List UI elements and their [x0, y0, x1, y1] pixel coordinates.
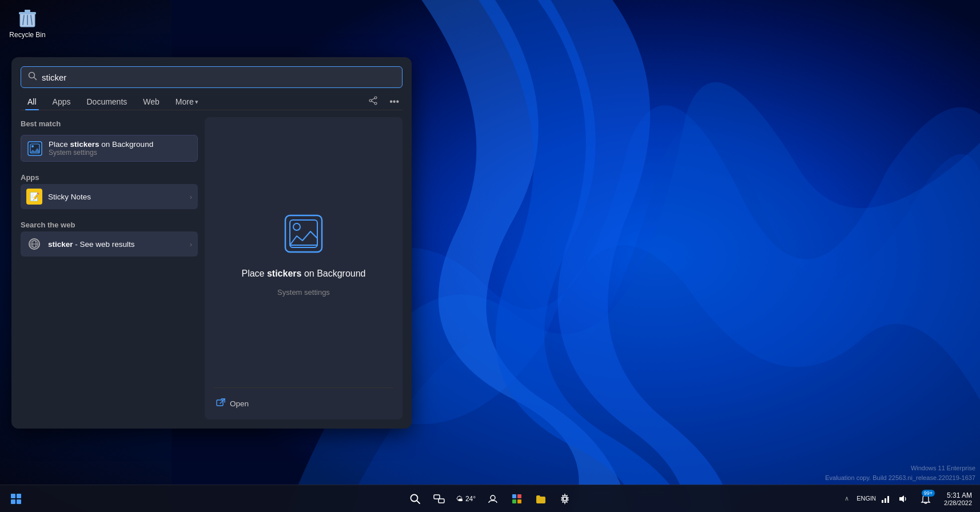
search-icon: [28, 71, 37, 83]
best-match-text: Place stickers on Background System sett…: [49, 140, 192, 157]
web-search-item[interactable]: sticker - See web results ›: [21, 231, 198, 257]
network-icon[interactable]: [878, 491, 894, 507]
tab-actions: •••: [365, 94, 403, 110]
svg-rect-41: [887, 496, 889, 503]
tray-expand-button[interactable]: ∧: [839, 491, 855, 507]
clock-time: 5:31 AM: [944, 491, 972, 499]
tab-apps[interactable]: Apps: [46, 94, 78, 110]
apps-section-label: Apps: [21, 171, 198, 184]
desktop: Recycle Bin All Apps Docum: [0, 0, 980, 512]
sticky-notes-item[interactable]: 📝 Sticky Notes ›: [21, 184, 198, 209]
taskbar-right: ∧ ENG IN: [839, 487, 975, 510]
svg-rect-25: [11, 494, 15, 498]
search-body: Best match Place stickers on Background: [11, 110, 412, 429]
sticky-notes-text: Sticky Notes: [48, 193, 184, 201]
detail-icon: [278, 208, 329, 259]
sticky-notes-icon: 📝: [26, 189, 42, 205]
eval-title: Windows 11 Enterprise: [825, 463, 975, 473]
svg-point-10: [369, 99, 372, 102]
web-search-icon: [26, 236, 42, 252]
more-options-button[interactable]: •••: [386, 94, 403, 109]
sticky-notes-title: Sticky Notes: [48, 193, 184, 201]
task-view-button[interactable]: [428, 487, 451, 510]
lang-label: ENG: [856, 494, 870, 502]
svg-line-24: [220, 399, 225, 403]
tab-documents[interactable]: Documents: [79, 94, 134, 110]
open-icon: [216, 398, 225, 409]
widgets-button[interactable]: 🌤 24°: [452, 487, 480, 510]
svg-point-33: [491, 495, 495, 500]
weather-temp: 24°: [465, 495, 476, 503]
svg-line-13: [372, 101, 375, 103]
search-header: [11, 57, 412, 88]
taskbar: 🌤 24°: [0, 485, 980, 512]
detail-actions: Open: [205, 388, 403, 419]
web-search-arrow: ›: [190, 240, 192, 249]
svg-rect-37: [517, 499, 521, 503]
svg-point-22: [293, 223, 300, 230]
weather-icon: 🌤: [456, 495, 463, 503]
svg-line-30: [417, 501, 420, 503]
detail-title: Place stickers on Background: [241, 269, 365, 279]
store-button[interactable]: [505, 487, 528, 510]
notification-badge: 99+: [922, 490, 935, 497]
recycle-bin[interactable]: Recycle Bin: [5, 5, 50, 41]
notifications-button[interactable]: 99+: [914, 487, 937, 510]
taskbar-search-button[interactable]: [404, 487, 427, 510]
open-label: Open: [230, 399, 249, 408]
language-indicator[interactable]: ENG IN: [856, 491, 877, 507]
svg-rect-36: [512, 499, 516, 503]
detail-top: Place stickers on Background System sett…: [205, 117, 403, 387]
search-input[interactable]: [42, 73, 395, 82]
open-action-button[interactable]: Open: [216, 396, 391, 411]
svg-point-11: [375, 102, 377, 105]
svg-rect-31: [434, 495, 440, 499]
detail-subtitle: System settings: [277, 288, 330, 297]
eval-build: Evaluation copy. Build 22563.ni_release.…: [825, 473, 975, 483]
svg-rect-32: [439, 499, 444, 503]
svg-rect-2: [19, 12, 36, 14]
start-button[interactable]: [5, 487, 27, 510]
svg-rect-28: [17, 499, 21, 504]
settings-button[interactable]: [553, 487, 576, 510]
files-button[interactable]: [529, 487, 552, 510]
share-button[interactable]: [365, 94, 381, 110]
svg-rect-27: [11, 499, 15, 504]
svg-rect-26: [17, 494, 21, 498]
svg-marker-42: [899, 495, 904, 502]
svg-line-12: [372, 98, 375, 100]
search-left-panel: Best match Place stickers on Background: [21, 117, 198, 419]
best-match-subtitle: System settings: [49, 149, 192, 157]
web-section-label: Search the web: [21, 218, 198, 231]
best-match-item[interactable]: Place stickers on Background System sett…: [21, 135, 198, 162]
svg-point-9: [375, 97, 377, 99]
svg-rect-40: [885, 498, 886, 503]
taskbar-clock[interactable]: 5:31 AM 2/28/2022: [941, 490, 975, 507]
recycle-bin-icon: [16, 7, 39, 30]
tab-more[interactable]: More ▾: [169, 94, 205, 110]
chat-button[interactable]: [481, 487, 504, 510]
clock-date: 2/28/2022: [944, 499, 972, 506]
search-popup: All Apps Documents Web More ▾: [11, 57, 412, 429]
best-match-label: Best match: [21, 117, 198, 130]
volume-icon[interactable]: [895, 491, 911, 507]
tab-web[interactable]: Web: [136, 94, 166, 110]
web-search-text: sticker - See web results: [48, 240, 184, 249]
svg-line-8: [34, 78, 37, 80]
search-input-wrapper[interactable]: [21, 66, 403, 88]
sticky-notes-arrow: ›: [190, 193, 192, 201]
svg-rect-34: [512, 494, 516, 498]
svg-rect-39: [882, 500, 883, 503]
svg-point-38: [563, 497, 567, 501]
tab-all[interactable]: All: [21, 94, 43, 110]
svg-point-16: [31, 145, 34, 147]
eval-notice: Windows 11 Enterprise Evaluation copy. B…: [825, 463, 975, 482]
svg-rect-35: [517, 494, 521, 498]
system-tray: ∧ ENG IN: [839, 491, 911, 507]
svg-rect-23: [217, 400, 223, 406]
search-right-panel: Place stickers on Background System sett…: [205, 117, 403, 419]
web-search-title: sticker - See web results: [48, 240, 184, 249]
taskbar-left: [5, 487, 27, 510]
search-tabs: All Apps Documents Web More ▾: [11, 88, 412, 110]
best-match-title: Place stickers on Background: [49, 140, 192, 149]
